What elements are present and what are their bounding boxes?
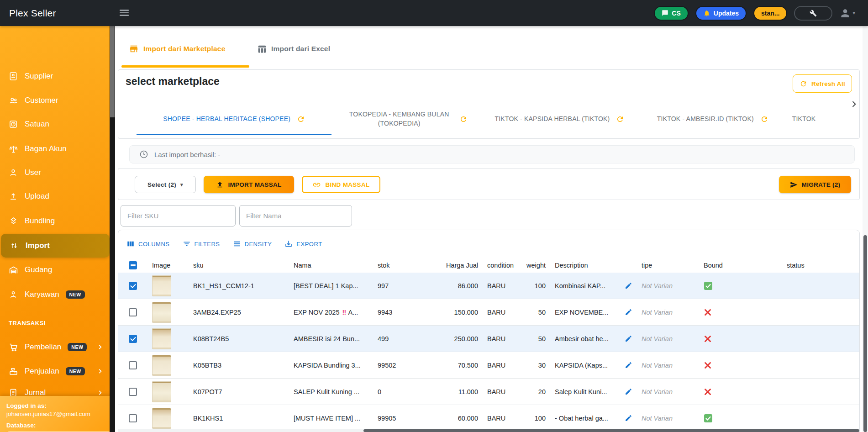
filter-nama-input[interactable] — [239, 205, 352, 227]
sidebar-item-gudang[interactable]: Gudang — [0, 260, 110, 280]
column-header-stok[interactable]: stok — [373, 258, 419, 273]
cs-button[interactable]: CS — [654, 6, 688, 21]
updates-label: Updates — [714, 10, 739, 17]
row-checkbox[interactable] — [118, 326, 147, 352]
table-row[interactable]: K07POT7SALEP Kulit Kuning ...011.000BARU… — [118, 379, 860, 405]
condition-cell: BARU — [483, 405, 521, 431]
sidebar-item-bundling[interactable]: Bundling — [0, 211, 110, 231]
sku-cell: BK1_HS1_CCM12-1 — [189, 273, 289, 299]
sidebar-item-import[interactable]: Import — [1, 234, 110, 258]
import-massal-button[interactable]: IMPORT MASSAL — [204, 176, 294, 193]
upload-icon — [8, 191, 18, 201]
marketplace-tab-tiktok-partial[interactable]: TIKTOK — [788, 103, 847, 135]
page-scrollbar-thumb[interactable] — [863, 235, 867, 432]
column-header-tipe[interactable]: tipe — [637, 258, 699, 273]
edit-description-button[interactable] — [625, 414, 632, 422]
migrate-button[interactable]: MIGRATE (2) — [779, 176, 851, 193]
column-header-bound[interactable]: Bound — [699, 258, 782, 273]
edit-description-button[interactable] — [625, 335, 632, 342]
edit-description-button[interactable] — [625, 308, 632, 316]
row-checkbox[interactable] — [118, 273, 147, 299]
account-button[interactable]: stan... — [753, 6, 787, 21]
sidebar-item-karyawan[interactable]: Karyawan NEW — [0, 284, 110, 305]
table-row[interactable]: K05BTB3KAPSIDA Bundling 3...9950270.500B… — [118, 352, 860, 379]
section-title: select marketplace — [126, 75, 220, 88]
harga-jual-cell: 11.000 — [419, 379, 483, 405]
stok-cell: 99502 — [373, 352, 419, 378]
tools-button[interactable] — [794, 6, 832, 21]
marketplace-tab-tiktok-ambesir[interactable]: TIKTOK - AMBESIR.ID (TIKTOK) — [638, 103, 788, 135]
filters-button[interactable]: FILTERS — [183, 240, 220, 248]
refresh-icon[interactable] — [760, 115, 768, 123]
sidebar-item-bagan-akun[interactable]: Bagan Akun — [0, 139, 110, 159]
bind-massal-button[interactable]: BIND MASSAL — [302, 176, 380, 193]
status-cell — [782, 352, 860, 378]
density-label: DENSITY — [245, 241, 272, 248]
sidebar-item-customer[interactable]: Customer — [0, 90, 110, 111]
refresh-icon[interactable] — [297, 115, 305, 123]
export-button[interactable]: EXPORT — [284, 240, 322, 248]
sidebar-footer: Logged in as: johansen.junias17@gmail.co… — [0, 396, 110, 432]
menu-toggle-icon[interactable] — [120, 10, 129, 16]
row-checkbox[interactable] — [118, 405, 147, 431]
sidebar-scrollbar-thumb[interactable] — [110, 26, 115, 117]
table-row[interactable]: BK1_HS1_CCM12-1[BEST DEAL] 1 Kap...99786… — [118, 273, 860, 299]
chevron-down-icon: ▾ — [852, 10, 855, 16]
select-marketplace-card: select marketplace Refresh All SHOPEE - … — [118, 69, 860, 139]
row-checkbox[interactable] — [118, 299, 147, 325]
marketplace-tab-tokopedia[interactable]: TOKOPEDIA - KEMBANG BULAN (TOKOPEDIA) — [331, 103, 481, 135]
column-header-condition[interactable]: condition — [483, 258, 521, 273]
tab-import-excel[interactable]: Import dari Excel — [257, 34, 330, 63]
column-header-weight[interactable]: weight — [521, 258, 550, 273]
row-checkbox[interactable] — [118, 352, 147, 378]
sidebar-item-supplier[interactable]: Supplier — [0, 66, 110, 86]
sidebar-item-user[interactable]: User — [0, 163, 110, 183]
density-button[interactable]: DENSITY — [233, 240, 272, 248]
column-header-sku[interactable]: sku — [189, 258, 289, 273]
table-row[interactable]: BK1KHS1[MUST HAVE ITEM] ...9990560.000BA… — [118, 405, 860, 432]
product-image — [152, 302, 171, 323]
marketplace-tab-shopee[interactable]: SHOPEE - HERBAL HERITAGE (SHOPEE) — [137, 103, 331, 135]
column-header-nama[interactable]: Nama — [289, 258, 373, 273]
table-row[interactable]: K08BT24B5AMBESIR isi 24 Bun...499250.000… — [118, 326, 860, 352]
columns-button[interactable]: COLUMNS — [126, 240, 170, 248]
edit-description-button[interactable] — [625, 282, 632, 290]
product-image — [152, 355, 171, 376]
density-icon — [233, 240, 241, 248]
column-header-status[interactable]: status — [782, 258, 860, 273]
select-dropdown-button[interactable]: Select (2) ▾ — [135, 176, 196, 193]
sidebar-scrollbar[interactable] — [110, 26, 115, 432]
grid-toolbar: COLUMNS FILTERS DENSITY EXPORT — [126, 237, 322, 251]
edit-description-button[interactable] — [625, 361, 632, 369]
select-all-checkbox[interactable] — [118, 258, 147, 273]
updates-button[interactable]: Updates — [695, 6, 747, 21]
refresh-icon[interactable] — [616, 115, 624, 123]
row-checkbox[interactable] — [118, 379, 147, 405]
nama-cell: [MUST HAVE ITEM] ... — [289, 405, 373, 431]
filter-sku-input[interactable] — [121, 205, 236, 227]
bound-cell — [699, 326, 782, 352]
sidebar-item-pembelian[interactable]: Pembelian NEW — [0, 337, 110, 357]
filters-label: FILTERS — [195, 241, 220, 248]
tabs-scroll-right-icon[interactable] — [849, 100, 858, 109]
app-brand: Plex Seller — [9, 0, 56, 26]
sidebar-item-upload[interactable]: Upload — [0, 186, 110, 206]
refresh-all-button[interactable]: Refresh All — [793, 74, 852, 93]
column-header-harga-jual[interactable]: Harga Jual — [419, 258, 483, 273]
refresh-icon[interactable] — [459, 115, 468, 123]
sidebar-item-satuan[interactable]: Satuan — [0, 114, 110, 134]
database-label: Database: — [6, 422, 110, 429]
edit-description-button[interactable] — [625, 388, 632, 395]
logged-in-label: Logged in as: — [6, 402, 110, 409]
column-header-image[interactable]: Image — [147, 258, 189, 273]
user-menu[interactable]: ▾ — [839, 7, 855, 19]
table-row[interactable]: 3AMB24.EXP25EXP NOV 2025 ‼ A...9943150.0… — [118, 299, 860, 326]
condition-cell: BARU — [483, 379, 521, 405]
sidebar-item-penjualan[interactable]: Penjualan NEW — [0, 361, 110, 381]
column-header-description[interactable]: Description — [550, 258, 637, 273]
tab-import-marketplace[interactable]: Import dari Marketplace — [129, 34, 225, 63]
marketplace-tab-tiktok-kapsida[interactable]: TIKTOK - KAPSIDA HERBAL (TIKTOK) — [481, 103, 638, 135]
grid-horizontal-scrollbar[interactable] — [118, 429, 859, 432]
grid-horizontal-scrollbar-thumb[interactable] — [363, 429, 859, 432]
page-scrollbar[interactable] — [863, 26, 868, 432]
